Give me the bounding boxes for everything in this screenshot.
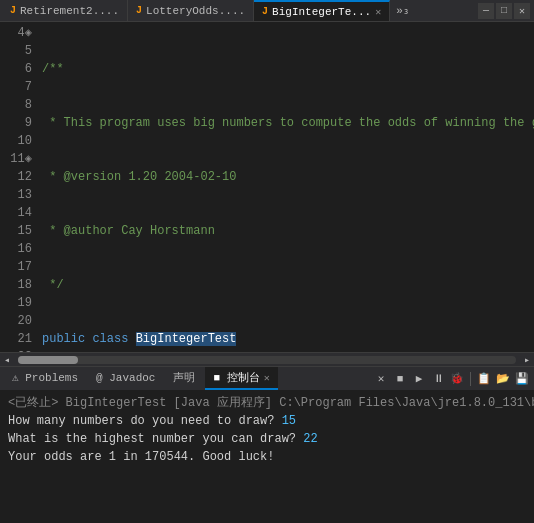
bottom-panel-controls: ✕ ■ ▶ ⏸ 🐞 📋 📂 💾 (373, 371, 530, 387)
window-controls: — □ ✕ (478, 3, 534, 19)
tab-biginteger-label: BigIntegerTe... (272, 6, 371, 18)
console-line-highest: What is the highest number you can draw?… (8, 430, 526, 448)
horizontal-scrollbar[interactable]: ◂ ▸ (0, 352, 534, 366)
code-text[interactable]: /** * This program uses big numbers to c… (38, 22, 534, 352)
tab-console[interactable]: ■ 控制台 ✕ (205, 367, 277, 390)
console-close[interactable]: ✕ (264, 372, 270, 384)
tab-declaration[interactable]: 声明 (165, 367, 203, 390)
line-numbers: 4◈ 5 6 7 8 9 10 11◈ 12 13 14 15 16 17 18… (0, 22, 38, 352)
scroll-left-button[interactable]: ◂ (0, 353, 14, 367)
pause-button[interactable]: ⏸ (430, 371, 446, 387)
console-output: <已终止> BigIntegerTest [Java 应用程序] C:\Prog… (0, 390, 534, 500)
tab-retirement[interactable]: J Retirement2.... (2, 0, 128, 21)
bottom-panel-tabs: ⚠ Problems @ Javadoc 声明 ■ 控制台 ✕ ✕ ■ ▶ ⏸ … (0, 366, 534, 390)
tab-retirement-label: Retirement2.... (20, 5, 119, 17)
tab-problems[interactable]: ⚠ Problems (4, 367, 86, 390)
tab-java-icon3: J (262, 6, 268, 17)
close-window-button[interactable]: ✕ (514, 3, 530, 19)
editor-tab-bar: J Retirement2.... J LotteryOdds.... J Bi… (0, 0, 534, 22)
tab-bigintegertest[interactable]: J BigIntegerTe... ✕ (254, 0, 390, 21)
open-button[interactable]: 📂 (495, 371, 511, 387)
declaration-label: 声明 (173, 370, 195, 385)
terminate-button[interactable]: ✕ (373, 371, 389, 387)
tab-overflow[interactable]: »₃ (390, 4, 415, 17)
stop-button[interactable]: ■ (392, 371, 408, 387)
minimize-button[interactable]: — (478, 3, 494, 19)
maximize-button[interactable]: □ (496, 3, 512, 19)
run-button[interactable]: ▶ (411, 371, 427, 387)
scrollbar-thumb[interactable] (18, 356, 78, 364)
separator (470, 372, 471, 386)
problems-label: ⚠ Problems (12, 371, 78, 384)
close-icon[interactable]: ✕ (375, 6, 381, 18)
javadoc-label: @ Javadoc (96, 372, 155, 384)
console-line-how-many: How many numbers do you need to draw? 15 (8, 412, 526, 430)
copy-button[interactable]: 📋 (476, 371, 492, 387)
tab-java-icon2: J (136, 5, 142, 16)
tab-lotteryodds[interactable]: J LotteryOdds.... (128, 0, 254, 21)
scroll-right-button[interactable]: ▸ (520, 353, 534, 367)
console-line-odds: Your odds are 1 in 170544. Good luck! (8, 448, 526, 466)
console-label: ■ 控制台 (213, 370, 259, 385)
code-editor: 4◈ 5 6 7 8 9 10 11◈ 12 13 14 15 16 17 18… (0, 22, 534, 352)
tab-javadoc[interactable]: @ Javadoc (88, 367, 163, 390)
tab-java-icon: J (10, 5, 16, 16)
scrollbar-track[interactable] (18, 356, 516, 364)
console-line-terminated: <已终止> BigIntegerTest [Java 应用程序] C:\Prog… (8, 394, 526, 412)
tab-lotteryodds-label: LotteryOdds.... (146, 5, 245, 17)
debug-button[interactable]: 🐞 (449, 371, 465, 387)
save-button[interactable]: 💾 (514, 371, 530, 387)
